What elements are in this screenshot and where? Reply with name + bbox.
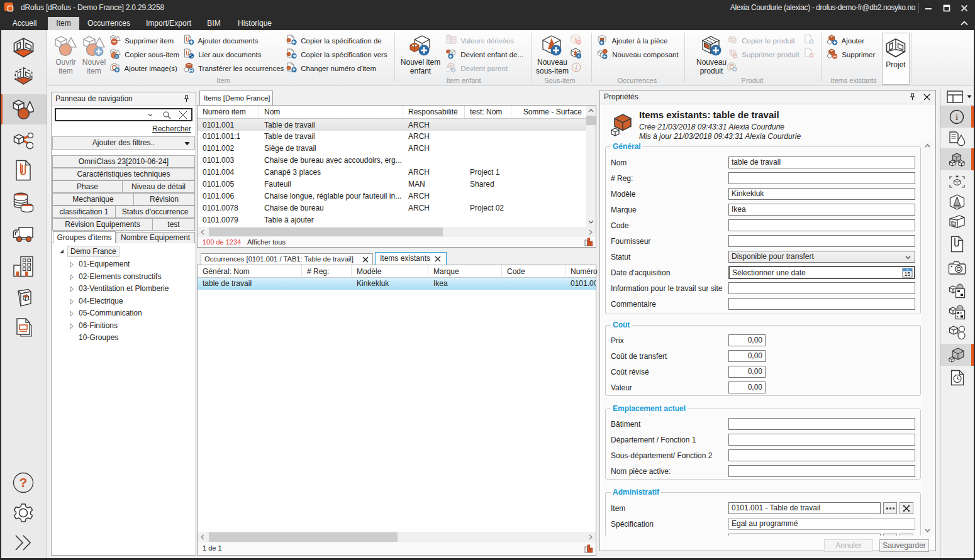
svg-text:i: i — [576, 64, 577, 71]
svg-text:i: i — [956, 112, 958, 122]
svg-text:?: ? — [20, 475, 28, 490]
svg-text:15: 15 — [904, 271, 910, 277]
